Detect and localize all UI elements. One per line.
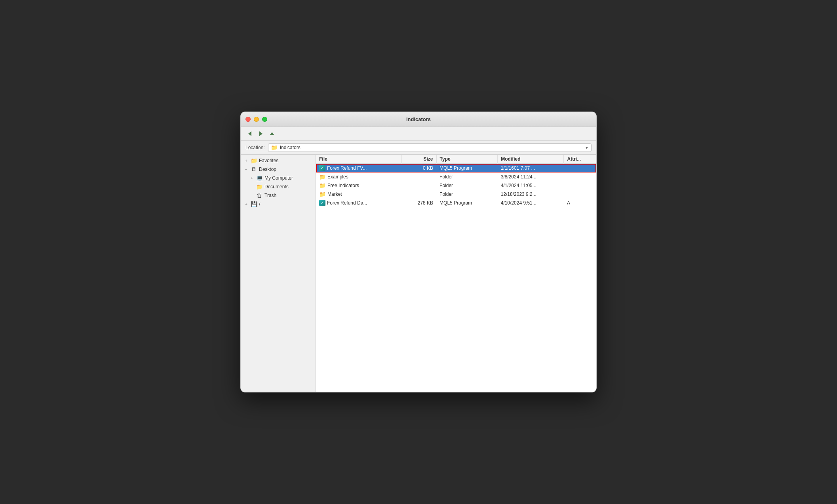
- folder-file-icon: 📁: [319, 191, 326, 197]
- root-label: /: [259, 201, 260, 207]
- file-modified: 4/10/2024 9:51...: [498, 199, 564, 207]
- file-type: Folder: [436, 190, 498, 199]
- file-name: Free Indicators: [327, 183, 359, 188]
- file-modified: 3/8/2024 11:24...: [498, 172, 564, 181]
- trash-icon: 🗑: [256, 192, 263, 199]
- nav-up-button[interactable]: [268, 129, 276, 138]
- window-title: Indicators: [406, 116, 431, 122]
- file-modified: 12/18/2023 9:2...: [498, 190, 564, 199]
- trash-label: Trash: [264, 193, 276, 198]
- file-name: Forex Refund FV...: [327, 165, 367, 171]
- location-input-wrap[interactable]: 📁 Indicators ▼: [268, 143, 592, 152]
- file-modified: 1/1/1601 7:07 ...: [498, 164, 564, 173]
- folder-file-icon: 📁: [319, 182, 326, 188]
- desktop-label: Desktop: [259, 167, 276, 172]
- favorites-label: Favorites: [259, 158, 278, 163]
- nav-back-button[interactable]: [245, 129, 254, 138]
- file-modified: 4/1/2024 11:05...: [498, 181, 564, 190]
- desktop-icon: 🖥: [250, 166, 257, 172]
- sidebar-item-documents[interactable]: 📁 Documents: [241, 182, 316, 191]
- expander-favorites[interactable]: +: [244, 159, 249, 163]
- my-computer-label: My Computer: [264, 175, 293, 181]
- file-attri: [564, 172, 596, 181]
- file-table: File Size Type Modified Attri... ✓Forex …: [316, 155, 596, 207]
- location-bar: Location: 📁 Indicators ▼: [241, 141, 596, 155]
- file-manager-window: Indicators Location: 📁 Indicators ▼: [240, 112, 597, 392]
- table-row[interactable]: 📁ExamplesFolder3/8/2024 11:24...: [316, 172, 596, 181]
- program-file-icon: ✓: [319, 165, 325, 171]
- file-name: Forex Refund Da...: [327, 200, 367, 206]
- table-row[interactable]: 📁Free IndicatorsFolder4/1/2024 11:05...: [316, 181, 596, 190]
- table-row[interactable]: 📁MarketFolder12/18/2023 9:2...: [316, 190, 596, 199]
- traffic-lights: [245, 117, 267, 122]
- sidebar-item-trash[interactable]: 🗑 Trash: [241, 191, 316, 200]
- minimize-button[interactable]: [254, 117, 259, 122]
- col-size[interactable]: Size: [402, 155, 436, 164]
- col-attri[interactable]: Attri...: [564, 155, 596, 164]
- file-type: MQL5 Program: [436, 164, 498, 173]
- sidebar-item-my-computer[interactable]: + 💻 My Computer: [241, 174, 316, 182]
- file-attri: A: [564, 199, 596, 207]
- location-path: Indicators: [280, 145, 582, 150]
- table-row[interactable]: ✓Forex Refund Da...278 KBMQL5 Program4/1…: [316, 199, 596, 207]
- file-type: MQL5 Program: [436, 199, 498, 207]
- col-type[interactable]: Type: [436, 155, 498, 164]
- sidebar: + 📁 Favorites − 🖥 Desktop + 💻 My Compute…: [241, 155, 316, 392]
- location-dropdown-button[interactable]: ▼: [585, 146, 589, 150]
- file-type: Folder: [436, 172, 498, 181]
- location-folder-icon: 📁: [271, 144, 278, 151]
- table-row[interactable]: ✓Forex Refund FV...0 KBMQL5 Program1/1/1…: [316, 164, 596, 173]
- file-attri: [564, 164, 596, 173]
- svg-marker-1: [259, 131, 263, 136]
- folder-file-icon: 📁: [319, 174, 326, 179]
- file-size: [402, 190, 436, 199]
- sidebar-item-desktop[interactable]: − 🖥 Desktop: [241, 165, 316, 174]
- documents-label: Documents: [264, 184, 289, 189]
- nav-forward-button[interactable]: [257, 129, 265, 138]
- content-area: + 📁 Favorites − 🖥 Desktop + 💻 My Compute…: [241, 155, 596, 392]
- my-computer-icon: 💻: [256, 175, 263, 181]
- col-file[interactable]: File: [316, 155, 402, 164]
- file-size: [402, 172, 436, 181]
- maximize-button[interactable]: [262, 117, 267, 122]
- favorites-icon: 📁: [250, 157, 257, 164]
- expander-desktop[interactable]: −: [244, 167, 249, 172]
- expander-root[interactable]: +: [244, 202, 249, 207]
- file-size: 278 KB: [402, 199, 436, 207]
- toolbar: [241, 127, 596, 141]
- svg-marker-0: [248, 131, 251, 136]
- file-attri: [564, 181, 596, 190]
- close-button[interactable]: [245, 117, 251, 122]
- file-name: Examples: [327, 174, 348, 180]
- sidebar-item-root[interactable]: + 💾 /: [241, 200, 316, 208]
- root-icon: 💾: [250, 201, 257, 207]
- sidebar-item-favorites[interactable]: + 📁 Favorites: [241, 156, 316, 165]
- location-label: Location:: [245, 145, 265, 150]
- file-name: Market: [327, 191, 342, 197]
- titlebar: Indicators: [241, 112, 596, 127]
- svg-marker-2: [270, 132, 274, 135]
- file-size: [402, 181, 436, 190]
- file-size: 0 KB: [402, 164, 436, 173]
- expander-my-computer[interactable]: +: [249, 176, 254, 180]
- col-modified[interactable]: Modified: [498, 155, 564, 164]
- file-attri: [564, 190, 596, 199]
- documents-icon: 📁: [256, 184, 263, 190]
- file-type: Folder: [436, 181, 498, 190]
- file-pane: File Size Type Modified Attri... ✓Forex …: [316, 155, 596, 392]
- program-file-icon: ✓: [319, 200, 325, 205]
